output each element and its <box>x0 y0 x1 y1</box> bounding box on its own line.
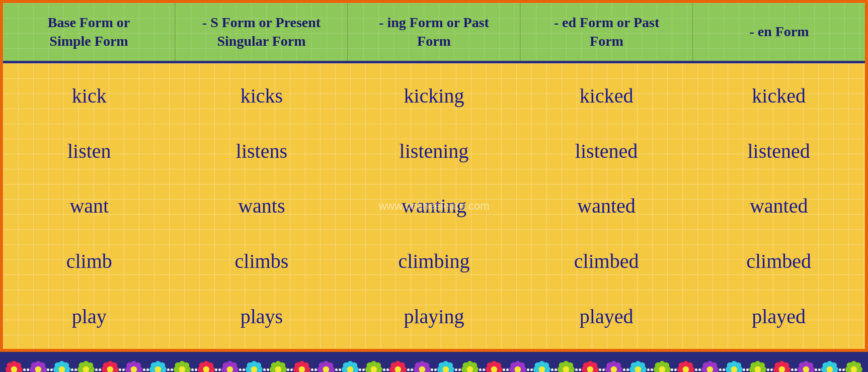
flower-icon <box>821 359 839 372</box>
flower-icon <box>773 359 791 372</box>
cell-ing_form: climbing <box>348 247 520 275</box>
table-row: kickkickskickingkickedkicked <box>3 82 865 110</box>
flower-icon <box>293 359 311 372</box>
dot-decoration <box>215 368 217 371</box>
dot-decoration <box>191 368 194 371</box>
dot-decoration <box>239 368 242 371</box>
dot-decoration <box>647 368 650 371</box>
flower-icon <box>197 359 215 372</box>
header-row: Base Form orSimple Form- S Form or Prese… <box>3 3 865 63</box>
dot-decoration <box>575 368 578 371</box>
flower-icon <box>269 359 287 372</box>
flower-icon <box>677 359 695 372</box>
cell-ed_form: listened <box>520 137 693 165</box>
dot-decoration <box>167 368 170 371</box>
body-area: kickkickskickingkickedkickedlistenlisten… <box>3 63 865 349</box>
dot-decoration <box>95 368 98 371</box>
footer-strip <box>0 352 868 372</box>
flower-icon <box>245 359 263 372</box>
dot-decoration <box>359 368 361 371</box>
header-cell-ed_form: - ed Form or PastForm <box>521 3 693 61</box>
cell-ed_form: kicked <box>520 82 693 110</box>
flower-icon <box>725 359 743 372</box>
dot-decoration <box>311 368 313 371</box>
cell-base: climb <box>3 247 176 275</box>
dot-decoration <box>791 368 794 371</box>
cell-en_form: listened <box>692 137 865 165</box>
cell-ed_form: wanted <box>520 192 693 220</box>
header-cell-base: Base Form orSimple Form <box>3 3 176 61</box>
dot-decoration <box>455 368 457 371</box>
cell-base: play <box>3 303 176 330</box>
dot-decoration <box>839 368 841 371</box>
table-row: climbclimbsclimbingclimbedclimbed <box>3 247 865 275</box>
dot-decoration <box>719 368 722 371</box>
dot-decoration <box>119 368 121 371</box>
cell-ing_form: kicking <box>348 82 520 110</box>
flower-icon <box>701 359 719 372</box>
dot-decoration <box>479 368 482 371</box>
flower-icon <box>461 359 479 372</box>
flower-icon <box>557 359 575 372</box>
cell-ing_form: listening <box>348 137 520 165</box>
cell-ing_form: wanting <box>348 192 520 220</box>
header-cell-s_form: - S Form or PresentSingular Form <box>176 3 348 61</box>
cell-base: want <box>3 192 176 220</box>
flower-icon <box>77 359 95 372</box>
dot-decoration <box>263 368 266 371</box>
dot-decoration <box>599 368 601 371</box>
flower-icon <box>413 359 431 372</box>
cell-ed_form: played <box>520 303 693 330</box>
cell-en_form: played <box>692 303 865 330</box>
dot-decoration <box>815 368 817 371</box>
header-cell-ing_form: - ing Form or PastForm <box>348 3 521 61</box>
flower-icon <box>101 359 119 372</box>
cell-base: listen <box>3 137 176 165</box>
cell-ed_form: climbed <box>520 247 693 275</box>
dot-decoration <box>47 368 49 371</box>
flower-icon <box>581 359 599 372</box>
flower-icon <box>485 359 503 372</box>
cell-s_form: kicks <box>176 82 348 110</box>
dot-decoration <box>383 368 385 371</box>
flower-icon <box>149 359 167 372</box>
dot-decoration <box>335 368 338 371</box>
cell-s_form: plays <box>176 303 348 330</box>
flower-icon <box>653 359 671 372</box>
table-row: playplaysplayingplayedplayed <box>3 303 865 330</box>
flower-icon <box>437 359 455 372</box>
dot-decoration <box>407 368 410 371</box>
dot-decoration <box>287 368 289 371</box>
flower-icon <box>365 359 383 372</box>
dot-decoration <box>503 368 505 371</box>
cell-s_form: climbs <box>176 247 348 275</box>
cell-s_form: wants <box>176 192 348 220</box>
dot-decoration <box>527 368 529 371</box>
flower-icon <box>341 359 359 372</box>
cell-ing_form: playing <box>348 303 520 330</box>
cell-en_form: kicked <box>692 82 865 110</box>
dot-decoration <box>71 368 73 371</box>
flower-icon <box>53 359 71 372</box>
dot-decoration <box>623 368 625 371</box>
cell-en_form: wanted <box>692 192 865 220</box>
flower-icon <box>605 359 623 372</box>
flower-icon <box>125 359 143 372</box>
flower-icon <box>845 359 863 372</box>
dot-decoration <box>743 368 745 371</box>
flower-icon <box>5 359 23 372</box>
dot-decoration <box>431 368 433 371</box>
dot-decoration <box>671 368 673 371</box>
dot-decoration <box>767 368 769 371</box>
dot-decoration <box>551 368 554 371</box>
cell-en_form: climbed <box>692 247 865 275</box>
main-container: Base Form orSimple Form- S Form or Prese… <box>0 0 868 352</box>
flower-icon <box>749 359 767 372</box>
flower-icon <box>509 359 527 372</box>
flower-icon <box>389 359 407 372</box>
cell-s_form: listens <box>176 137 348 165</box>
table-row: wantwantswantingwantedwanted <box>3 192 865 220</box>
flower-icon <box>221 359 239 372</box>
dot-decoration <box>143 368 145 371</box>
flower-icon <box>173 359 191 372</box>
